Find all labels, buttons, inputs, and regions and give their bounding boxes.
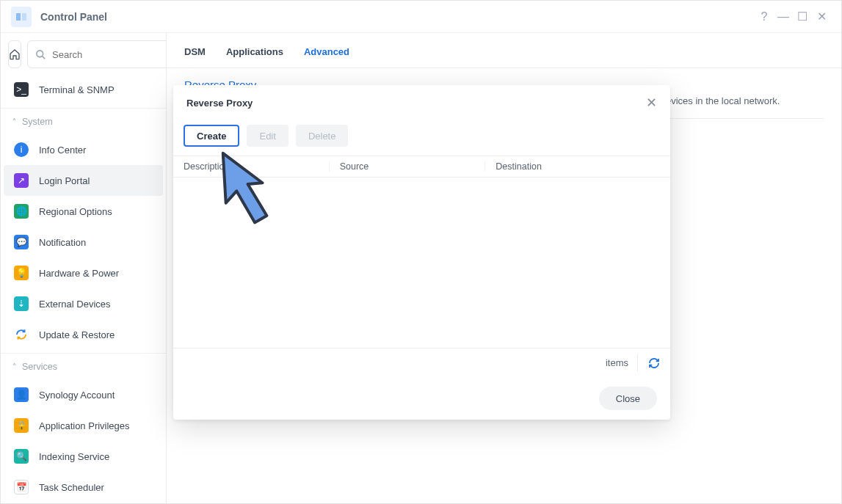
sidebar-group-label: System (22, 117, 53, 127)
titlebar: Control Panel ? — ☐ ✕ (1, 1, 841, 33)
minimize-button[interactable]: — (774, 10, 793, 23)
sidebar-item-login-portal[interactable]: ↗ Login Portal (4, 165, 163, 196)
info-icon: i (12, 141, 30, 158)
sidebar-item-hardware[interactable]: 💡 Hardware & Power (4, 258, 163, 288)
sidebar-item-info-center[interactable]: i Info Center (4, 134, 163, 165)
items-count: items (606, 357, 628, 368)
sidebar-group-services[interactable]: ˄ Services (1, 353, 166, 379)
status-bar: items (173, 348, 670, 377)
sidebar-item-label: Hardware & Power (39, 268, 119, 279)
sidebar-group-label: Services (22, 362, 57, 372)
sidebar-item-label: External Devices (39, 299, 111, 310)
lock-icon: 🔒 (12, 417, 30, 434)
svg-rect-1 (22, 13, 26, 21)
tab-bar: DSM Applications Advanced (167, 33, 841, 68)
sidebar-item-regional[interactable]: 🌐 Regional Options (4, 196, 163, 227)
drive-icon: ⇣ (12, 295, 30, 313)
globe-icon: 🌐 (12, 202, 30, 220)
login-portal-icon: ↗ (12, 172, 30, 189)
sidebar-item-label: Regional Options (39, 206, 112, 217)
chat-icon: 💬 (12, 233, 30, 251)
table-body (173, 178, 670, 348)
home-button[interactable] (8, 40, 21, 68)
col-destination[interactable]: Destination (484, 161, 641, 172)
sidebar-item-update[interactable]: Update & Restore (4, 319, 163, 350)
svg-point-2 (37, 50, 43, 56)
sidebar-item-label: Synology Account (39, 390, 115, 401)
search-icon (35, 49, 46, 60)
sidebar-item-notification[interactable]: 💬 Notification (4, 227, 163, 258)
tab-dsm[interactable]: DSM (184, 35, 206, 66)
app-logo-icon (11, 7, 32, 27)
svg-rect-0 (16, 13, 21, 21)
sidebar-item-label: Application Privileges (39, 420, 130, 431)
close-button[interactable]: Close (599, 387, 657, 410)
edit-button[interactable]: Edit (247, 125, 288, 147)
sidebar-item-label: Terminal & SNMP (39, 84, 115, 95)
col-source[interactable]: Source (329, 161, 485, 172)
sidebar-item-synology-account[interactable]: 👤 Synology Account (4, 379, 163, 410)
sidebar-item-label: Login Portal (39, 175, 90, 186)
tab-applications[interactable]: Applications (226, 35, 283, 66)
sidebar-item-external[interactable]: ⇣ External Devices (4, 288, 163, 319)
reverse-proxy-dialog: Reverse Proxy ✕ Create Edit Delete Descr… (173, 85, 670, 420)
sidebar-item-label: Notification (39, 237, 86, 248)
person-icon: 👤 (12, 386, 30, 403)
sidebar-item-label: Update & Restore (39, 329, 115, 340)
table-header: Description Source Destination (173, 156, 670, 178)
svg-line-3 (43, 56, 45, 58)
window-title: Control Panel (40, 11, 107, 23)
dialog-close-button[interactable]: ✕ (646, 95, 657, 111)
search-input[interactable] (52, 49, 167, 60)
tab-advanced[interactable]: Advanced (304, 35, 349, 66)
sidebar-item-indexing[interactable]: 🔍 Indexing Service (4, 441, 163, 472)
search-field[interactable] (27, 40, 167, 68)
sidebar-item-label: Indexing Service (39, 451, 109, 462)
sidebar: >_ Terminal & SNMP ˄ System i Info Cente… (1, 33, 167, 503)
maximize-button[interactable]: ☐ (793, 10, 812, 23)
refresh-icon (12, 326, 30, 343)
magnifier-icon: 🔍 (12, 448, 30, 465)
chevron-up-icon: ˄ (12, 362, 16, 370)
close-window-button[interactable]: ✕ (812, 10, 831, 23)
sidebar-item-task-scheduler[interactable]: 📅 Task Scheduler (4, 472, 163, 503)
sidebar-item-app-privileges[interactable]: 🔒 Application Privileges (4, 410, 163, 441)
sidebar-group-system[interactable]: ˄ System (1, 108, 166, 134)
terminal-icon: >_ (12, 81, 30, 98)
sidebar-item-label: Task Scheduler (39, 482, 104, 493)
sidebar-item-terminal[interactable]: >_ Terminal & SNMP (4, 74, 163, 105)
delete-button[interactable]: Delete (296, 125, 349, 147)
create-button[interactable]: Create (184, 125, 239, 147)
chevron-up-icon: ˄ (12, 117, 16, 125)
calendar-icon: 📅 (12, 478, 30, 496)
refresh-button[interactable] (637, 354, 660, 372)
help-button[interactable]: ? (755, 10, 774, 23)
col-description[interactable]: Description (173, 161, 329, 172)
bulb-icon: 💡 (12, 264, 30, 282)
sidebar-item-label: Info Center (39, 145, 86, 156)
dialog-title: Reverse Proxy (186, 98, 253, 109)
